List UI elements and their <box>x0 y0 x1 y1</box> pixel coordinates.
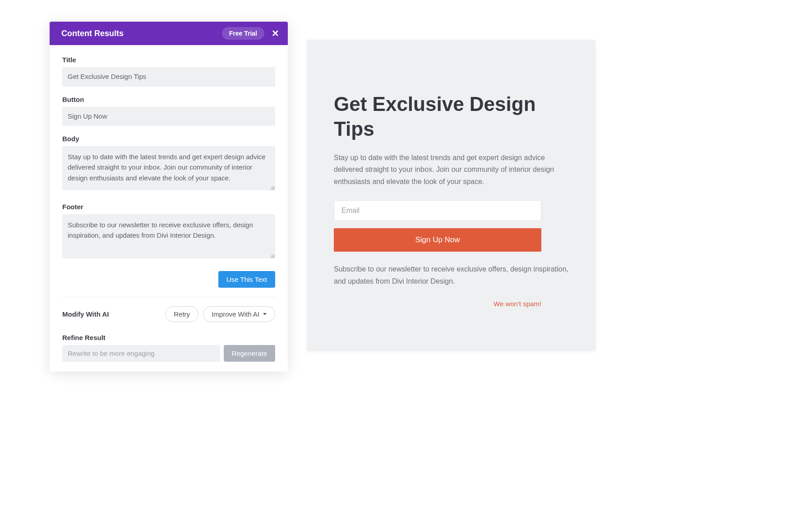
footer-textarea[interactable]: Subscribe to our newsletter to receive e… <box>62 214 275 258</box>
email-field[interactable]: Email <box>334 200 541 221</box>
regenerate-button[interactable]: Regenerate <box>224 345 275 362</box>
title-input[interactable]: Get Exclusive Design Tips <box>62 67 275 87</box>
refine-input[interactable]: Rewrite to be more engaging <box>62 345 220 362</box>
preview-canvas: Get Exclusive Design Tips Stay up to dat… <box>307 40 595 351</box>
body-label: Body <box>62 135 275 143</box>
button-label: Button <box>62 96 275 103</box>
panel-header: Content Results Free Trial ✕ <box>50 22 288 45</box>
retry-button[interactable]: Retry <box>165 306 198 322</box>
footer-text: Subscribe to our newsletter to receive e… <box>68 221 253 239</box>
spam-note: We won't spam! <box>334 300 541 308</box>
free-trial-button[interactable]: Free Trial <box>222 27 264 40</box>
title-label: Title <box>62 56 275 64</box>
panel-title: Content Results <box>61 29 124 38</box>
signup-button[interactable]: Sign Up Now <box>334 228 541 252</box>
use-this-text-button[interactable]: Use This Text <box>218 271 275 288</box>
chevron-down-icon <box>263 313 267 315</box>
preview-title: Get Exclusive Design Tips <box>334 92 568 141</box>
preview-footer: Subscribe to our newsletter to receive e… <box>334 263 568 287</box>
body-textarea[interactable]: Stay up to date with the latest trends a… <box>62 146 275 190</box>
body-text: Stay up to date with the latest trends a… <box>68 153 266 182</box>
button-input[interactable]: Sign Up Now <box>62 107 275 126</box>
resize-handle-icon[interactable] <box>269 184 273 189</box>
content-results-panel: Content Results Free Trial ✕ Title Get E… <box>50 22 288 372</box>
preview-body: Stay up to date with the latest trends a… <box>334 152 568 188</box>
footer-label: Footer <box>62 203 275 211</box>
modify-label: Modify With AI <box>62 310 109 318</box>
refine-label: Refine Result <box>62 334 275 341</box>
resize-handle-icon[interactable] <box>269 252 273 257</box>
close-icon[interactable]: ✕ <box>271 28 280 39</box>
improve-with-ai-button[interactable]: Improve With AI <box>203 306 275 322</box>
improve-label: Improve With AI <box>212 310 259 318</box>
